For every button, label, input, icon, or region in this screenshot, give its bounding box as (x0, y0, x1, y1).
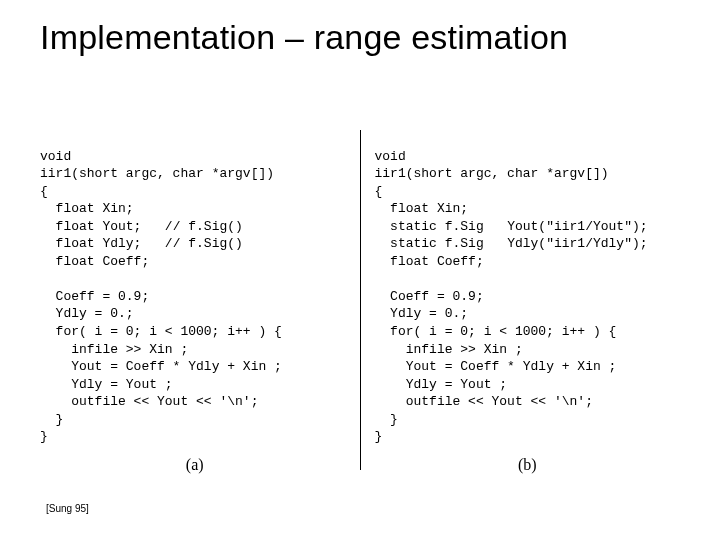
code-line: float Xin; (375, 200, 469, 218)
code-line: { (375, 184, 383, 199)
code-line: static f.Sig (375, 218, 484, 236)
code-comment: // f.Sig() (165, 219, 243, 234)
citation: [Sung 95] (46, 503, 89, 514)
code-line: } (375, 429, 383, 444)
code-line: } (40, 429, 48, 444)
code-line: outfile << Yout << '\n'; (375, 393, 593, 411)
code-line: Coeff = 0.9; (40, 288, 149, 306)
code-line: Yout = Coeff * Ydly + Xin ; (375, 358, 617, 376)
code-line: infile >> Xin ; (40, 341, 188, 359)
code-line: float Coeff; (40, 253, 149, 271)
code-line: outfile << Yout << '\n'; (40, 393, 258, 411)
code-line: iir1(short argc, char *argv[]) (375, 166, 609, 181)
code-line: static f.Sig (375, 235, 484, 253)
code-line: Ydly = 0.; (40, 305, 134, 323)
code-line: } (375, 411, 398, 429)
page-title: Implementation – range estimation (40, 18, 690, 57)
slide: Implementation – range estimation void i… (0, 0, 720, 540)
code-block-a: void iir1(short argc, char *argv[]) { fl… (40, 130, 350, 446)
code-line: } (40, 411, 63, 429)
figure-panel-a: void iir1(short argc, char *argv[]) { fl… (40, 130, 360, 470)
code-figure: void iir1(short argc, char *argv[]) { fl… (40, 130, 680, 470)
code-line: infile >> Xin ; (375, 341, 523, 359)
figure-label-a: (a) (40, 456, 350, 474)
code-line: { (40, 184, 48, 199)
code-line: Coeff = 0.9; (375, 288, 484, 306)
code-line: float Xin; (40, 200, 134, 218)
code-comment: // f.Sig() (165, 236, 243, 251)
figure-panel-b: void iir1(short argc, char *argv[]) { fl… (361, 130, 681, 470)
code-line: float Coeff; (375, 253, 484, 271)
code-line: Ydly = 0.; (375, 305, 469, 323)
code-line: Yout("iir1/Yout"); (507, 219, 647, 234)
code-line: iir1(short argc, char *argv[]) (40, 166, 274, 181)
code-line: void (375, 149, 406, 164)
code-block-b: void iir1(short argc, char *argv[]) { fl… (375, 130, 681, 446)
code-line: Ydly = Yout ; (375, 376, 508, 394)
code-line: void (40, 149, 71, 164)
code-line: Ydly("iir1/Ydly"); (507, 236, 647, 251)
figure-label-b: (b) (375, 456, 681, 474)
code-line: Ydly = Yout ; (40, 376, 173, 394)
code-line: for( i = 0; i < 1000; i++ ) { (375, 323, 617, 341)
code-line: for( i = 0; i < 1000; i++ ) { (40, 323, 282, 341)
code-line: float Yout; (40, 218, 141, 236)
code-line: Yout = Coeff * Ydly + Xin ; (40, 358, 282, 376)
code-line: float Ydly; (40, 235, 141, 253)
